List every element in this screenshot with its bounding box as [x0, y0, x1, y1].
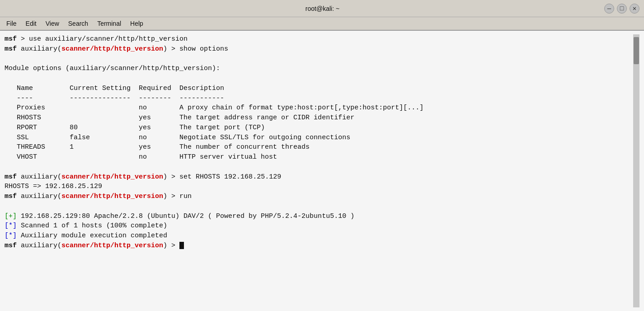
menu-edit[interactable]: Edit: [22, 19, 40, 28]
terminal-output[interactable]: msf > use auxiliary/scanner/http/http_ve…: [5, 34, 633, 307]
terminal-line: auxiliary(scanner/http/http_version) > s…: [17, 45, 228, 53]
menu-file[interactable]: File: [3, 19, 20, 28]
menu-help[interactable]: Help: [127, 19, 147, 28]
menu-bar: File Edit View Search Terminal Help: [0, 17, 644, 31]
maximize-button[interactable]: □: [617, 4, 627, 14]
scrollbar-thumb[interactable]: [634, 37, 639, 64]
prompt-final-line: auxiliary(scanner/http/http_version) >: [17, 242, 184, 250]
prompt-msf-final: msf: [5, 242, 17, 250]
menu-search[interactable]: Search: [65, 19, 92, 28]
table-header: Name Current Setting Required Descriptio…: [5, 85, 224, 92]
table-sep: ---- --------------- -------- ----------…: [5, 94, 224, 102]
terminal-line: > use auxiliary/scanner/http/http_versio…: [17, 35, 188, 43]
table-row-rhosts: RHOSTS yes The target address range or C…: [5, 114, 354, 122]
window-title: root@kali: ~: [41, 5, 604, 12]
cursor: [179, 242, 184, 249]
prompt-msf: msf: [5, 193, 17, 200]
menu-terminal[interactable]: Terminal: [94, 19, 125, 28]
rhosts-output: RHOSTS => 192.168.25.129: [5, 183, 102, 190]
minimize-button[interactable]: —: [604, 4, 614, 14]
title-bar: root@kali: ~ — □ ✕: [0, 0, 644, 17]
scrollbar[interactable]: [633, 34, 639, 307]
table-row-proxies: Proxies no A proxy chain of format type:…: [5, 104, 423, 112]
terminal-line: auxiliary(scanner/http/http_version) > s…: [17, 173, 281, 181]
result-star-line-1: [*] Scanned 1 of 1 hosts (100% complete): [5, 222, 167, 230]
close-button[interactable]: ✕: [630, 4, 639, 14]
result-plus-line: [+] 192.168.25.129:80 Apache/2.2.8 (Ubun…: [5, 212, 354, 220]
window-controls: — □ ✕: [604, 4, 639, 14]
menu-view[interactable]: View: [42, 19, 63, 28]
table-row-threads: THREADS 1 yes The number of concurrent t…: [5, 143, 310, 151]
module-options-header: Module options (auxiliary/scanner/http/h…: [5, 65, 220, 72]
table-row-ssl: SSL false no Negotiate SSL/TLS for outgo…: [5, 134, 350, 141]
table-row-vhost: VHOST no HTTP server virtual host: [5, 153, 277, 161]
terminal-line: auxiliary(scanner/http/http_version) > r…: [17, 193, 192, 200]
result-star-line-2: [*] Auxiliary module execution completed: [5, 232, 167, 240]
table-row-rport: RPORT 80 yes The target port (TCP): [5, 124, 265, 132]
terminal-body[interactable]: msf > use auxiliary/scanner/http/http_ve…: [0, 31, 644, 311]
prompt-msf: msf: [5, 173, 17, 181]
prompt-msf: msf: [5, 45, 17, 53]
prompt-msf: msf: [5, 35, 17, 43]
